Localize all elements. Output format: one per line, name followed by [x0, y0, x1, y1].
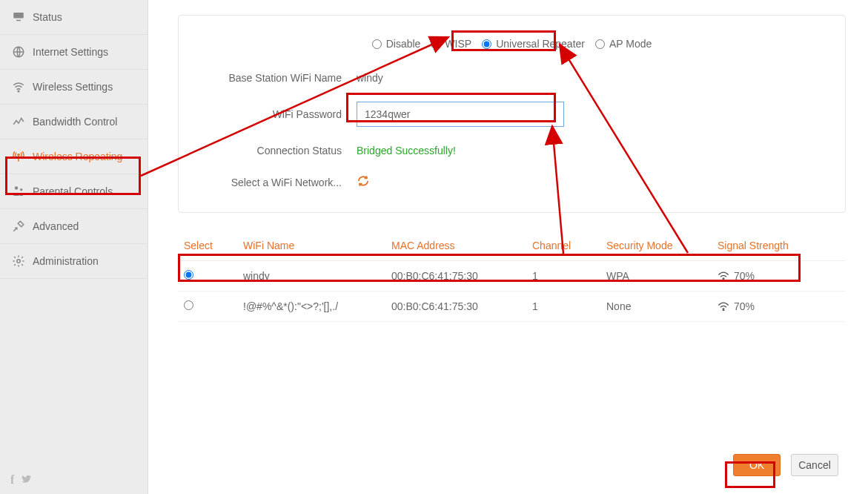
row-name: !@#%^&*():"<>?;'[],./ — [237, 292, 385, 322]
sidebar-item-status[interactable]: Status — [0, 0, 148, 35]
twitter-icon[interactable] — [20, 473, 32, 485]
row-mac: 00:B0:C6:41:75:30 — [385, 261, 526, 292]
th-signal: Signal Strength — [712, 231, 846, 261]
wifi-icon — [12, 80, 25, 93]
svg-point-6 — [20, 188, 22, 191]
chart-icon — [12, 115, 25, 128]
mode-universal[interactable]: Universal Repeater — [482, 38, 585, 50]
svg-point-3 — [18, 90, 19, 92]
sidebar-item-internet[interactable]: Internet Settings — [0, 35, 148, 70]
th-channel: Channel — [526, 231, 600, 261]
status-icon — [12, 10, 25, 24]
people-icon — [12, 185, 25, 198]
sidebar-item-label: Advanced — [33, 220, 79, 232]
row-select[interactable] — [184, 300, 193, 310]
social-links: f — [0, 466, 148, 494]
sidebar-item-repeating[interactable]: Wireless Repeating — [0, 139, 148, 174]
sidebar-item-label: Bandwidth Control — [33, 116, 117, 128]
tools-icon — [12, 220, 25, 233]
ok-button[interactable]: OK — [733, 454, 781, 476]
svg-point-5 — [15, 186, 19, 190]
row-channel: 1 — [526, 292, 600, 322]
antenna-icon — [12, 150, 25, 163]
mode-row: Disable WISP Universal Repeater AP Mode — [201, 38, 823, 50]
refresh-icon[interactable] — [357, 174, 370, 188]
sidebar-item-wireless[interactable]: Wireless Settings — [0, 70, 148, 105]
svg-rect-1 — [16, 20, 21, 22]
svg-point-9 — [723, 310, 723, 311]
row-security: WPA — [600, 261, 712, 292]
th-name: WiFi Name — [237, 231, 385, 261]
pwd-input[interactable] — [357, 102, 564, 127]
sidebar: Status Internet Settings Wireless Settin… — [0, 0, 148, 494]
status-value: Bridged Successfully! — [357, 145, 564, 157]
signal-icon — [718, 302, 729, 311]
table-row[interactable]: windy00:B0:C6:41:75:301WPA70% — [178, 261, 846, 292]
svg-point-8 — [723, 280, 723, 280]
sidebar-item-bandwidth[interactable]: Bandwidth Control — [0, 105, 148, 139]
sidebar-item-label: Wireless Settings — [33, 81, 113, 93]
table-row[interactable]: !@#%^&*():"<>?;'[],./00:B0:C6:41:75:301N… — [178, 292, 846, 322]
select-label: Select a WiFi Network... — [201, 177, 357, 188]
sidebar-item-advanced[interactable]: Advanced — [0, 209, 148, 244]
sidebar-item-label: Administration — [33, 255, 99, 267]
sidebar-item-label: Internet Settings — [33, 46, 108, 58]
row-security: None — [600, 292, 712, 322]
svg-point-7 — [17, 260, 21, 263]
sidebar-item-label: Status — [33, 11, 62, 23]
facebook-icon[interactable]: f — [10, 473, 14, 487]
main-content: Disable WISP Universal Repeater AP Mode … — [148, 0, 868, 494]
mode-wisp[interactable]: WISP — [431, 38, 471, 50]
row-select[interactable] — [184, 270, 193, 280]
th-security: Security Mode — [600, 231, 712, 261]
th-select: Select — [178, 231, 237, 261]
bssid-label: Base Station WiFi Name — [201, 72, 357, 84]
mode-disable[interactable]: Disable — [372, 38, 421, 50]
row-signal: 70% — [712, 292, 846, 322]
svg-rect-0 — [13, 13, 24, 19]
sidebar-item-label: Wireless Repeating — [33, 151, 122, 162]
mode-ap[interactable]: AP Mode — [595, 38, 652, 50]
svg-point-4 — [18, 154, 19, 156]
sidebar-item-label: Parental Controls — [33, 185, 113, 197]
globe-icon — [12, 45, 25, 59]
signal-icon — [718, 271, 729, 280]
row-name: windy — [237, 261, 385, 292]
sidebar-item-admin[interactable]: Administration — [0, 244, 148, 279]
gear-icon — [12, 254, 25, 268]
row-channel: 1 — [526, 261, 600, 292]
cancel-button[interactable]: Cancel — [791, 454, 838, 476]
settings-panel: Disable WISP Universal Repeater AP Mode … — [178, 15, 846, 213]
pwd-label: WiFi Password — [201, 108, 357, 120]
status-label: Connection Status — [201, 145, 357, 157]
wifi-table: Select WiFi Name MAC Address Channel Sec… — [178, 231, 846, 322]
sidebar-item-parental[interactable]: Parental Controls — [0, 174, 148, 209]
row-signal: 70% — [712, 261, 846, 292]
bssid-value: windy — [357, 72, 564, 84]
th-mac: MAC Address — [385, 231, 526, 261]
row-mac: 00:B0:C6:41:75:30 — [385, 292, 526, 322]
